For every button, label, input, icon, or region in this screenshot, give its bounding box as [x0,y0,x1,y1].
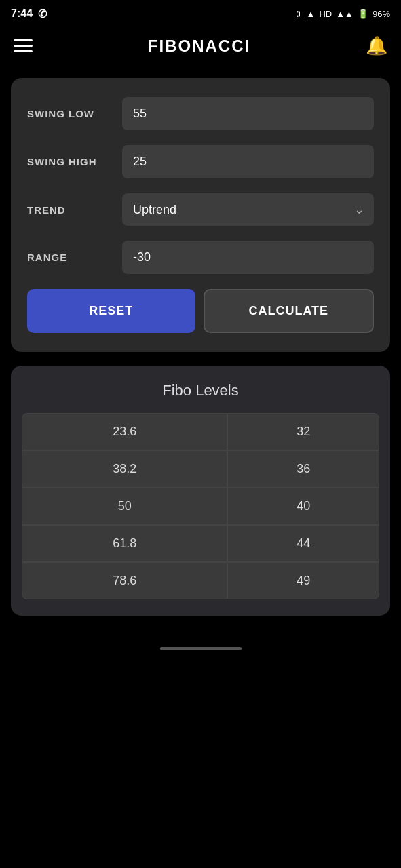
call-icon: 🕽 [294,9,303,19]
fibo-level-cell: 78.6 [22,562,227,599]
trend-select-wrapper: Uptrend Downtrend ⌄ [122,193,374,226]
status-bar: 7:44 ✆ 🕽 ▲ HD ▲▲ 🔋 96% [0,0,401,27]
app-header: FIBONACCI 🔔 [0,27,401,64]
fibo-price-cell: 36 [227,450,379,488]
fibo-levels-card: Fibo Levels 23.63238.236504061.84478.649 [11,366,390,616]
fibo-price-cell: 32 [227,413,379,450]
fibo-level-cell: 23.6 [22,413,227,450]
action-buttons: RESET CALCULATE [27,289,374,333]
reset-button[interactable]: RESET [27,289,195,333]
swing-low-input[interactable] [122,97,374,130]
trend-label: TREND [27,204,122,216]
fibo-table-row: 38.236 [22,450,379,488]
home-indicator-bar [160,647,242,650]
menu-button[interactable] [14,39,33,52]
fibo-level-cell: 50 [22,488,227,525]
network-icon: ▲▲ [336,9,354,19]
fibo-levels-table: 23.63238.236504061.84478.649 [22,413,379,599]
fibo-levels-title: Fibo Levels [22,382,379,399]
status-right: 🕽 ▲ HD ▲▲ 🔋 96% [294,9,390,19]
swing-high-input[interactable] [122,145,374,178]
fibo-table-row: 61.844 [22,525,379,562]
battery-icon: 🔋 [358,9,368,19]
fibo-price-cell: 44 [227,525,379,562]
battery-percent: 96% [373,9,390,19]
home-indicator [0,636,401,657]
status-time: 7:44 [11,7,33,20]
phone-icon: ✆ [38,7,47,20]
fibo-price-cell: 49 [227,562,379,599]
swing-low-row: SWING LOW [27,97,374,130]
signal-icon: ▲ [307,9,316,19]
range-input[interactable] [122,241,374,274]
fibo-table-row: 23.632 [22,413,379,450]
range-row: RANGE [27,241,374,274]
calculate-button[interactable]: CALCULATE [204,289,375,333]
swing-high-label: SWING HIGH [27,156,122,167]
fibo-price-cell: 40 [227,488,379,525]
fibo-table-row: 5040 [22,488,379,525]
status-left: 7:44 ✆ [11,7,47,20]
range-label: RANGE [27,252,122,263]
calculator-card: SWING LOW SWING HIGH TREND Uptrend Downt… [11,78,390,352]
bell-icon[interactable]: 🔔 [366,35,387,56]
swing-low-label: SWING LOW [27,108,122,119]
trend-row: TREND Uptrend Downtrend ⌄ [27,193,374,226]
swing-high-row: SWING HIGH [27,145,374,178]
fibo-level-cell: 61.8 [22,525,227,562]
hd-label: HD [319,9,332,19]
fibo-level-cell: 38.2 [22,450,227,488]
fibo-table-row: 78.649 [22,562,379,599]
trend-select[interactable]: Uptrend Downtrend [122,193,374,226]
page-title: FIBONACCI [148,37,250,56]
